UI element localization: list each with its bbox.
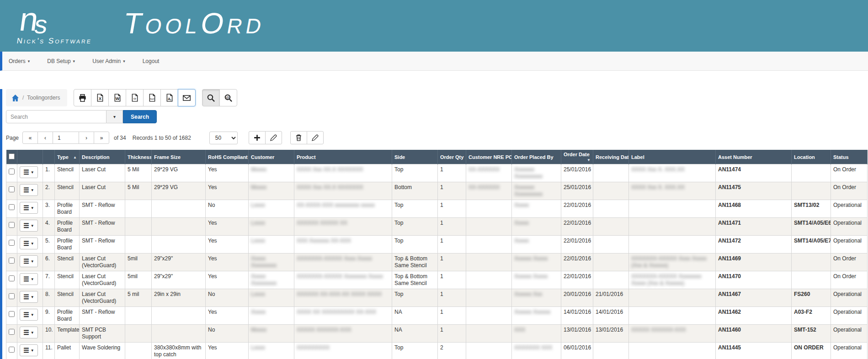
cell-order_date: 22/01/2016 xyxy=(561,253,593,271)
search-advanced-button[interactable]: @ xyxy=(219,89,237,106)
page-number-input[interactable] xyxy=(53,132,79,144)
row-menu-button[interactable]: ☰▼ xyxy=(20,273,38,285)
export-text-button[interactable]: a, xyxy=(160,89,178,106)
redacted-text: Xxxxxx Xxxxxx xyxy=(514,309,550,315)
column-header-rohs[interactable]: RoHS Compliant xyxy=(206,150,249,164)
table-row: ☰▼2.StencilLaser Cut5 Mil29*29 VGYesMxxx… xyxy=(6,182,868,200)
column-header-order_date[interactable]: Order Date▼ xyxy=(561,150,593,164)
svg-text:a,: a, xyxy=(168,96,171,101)
cell-side: Top xyxy=(392,164,438,182)
row-checkbox[interactable] xyxy=(9,169,15,174)
export-word-button[interactable]: W xyxy=(108,89,126,106)
chevron-down-icon: ▼ xyxy=(31,348,34,353)
hamburger-icon: ☰ xyxy=(23,240,29,247)
home-icon[interactable] xyxy=(11,94,19,102)
column-header-label[interactable]: Label xyxy=(629,150,716,164)
first-page-button[interactable]: « xyxy=(22,132,38,144)
company-name: Nick's Software xyxy=(16,37,92,46)
column-header-recv_date[interactable]: Receiving Date xyxy=(593,150,629,164)
column-header-location[interactable]: Location xyxy=(792,150,831,164)
table-row: ☰▼7.StencilLaser Cut (VectorGuard)5mil29… xyxy=(6,271,868,289)
cell-order_date: 25/01/2016 xyxy=(561,164,593,182)
export-code-button[interactable]: ‹› xyxy=(126,89,144,106)
cell-rohs: Yes xyxy=(206,218,249,236)
cell-thickness: 5 mil xyxy=(125,289,152,307)
cell-status: Operational xyxy=(831,236,868,253)
nav-item-logout[interactable]: Logout xyxy=(143,58,160,64)
row-checkbox[interactable] xyxy=(9,204,15,210)
export-xml-button[interactable]: ‹∞› xyxy=(143,89,161,106)
edit-record-button[interactable] xyxy=(265,131,282,144)
cell-qty: 2 xyxy=(438,343,466,359)
edit-record-button2[interactable] xyxy=(307,131,324,144)
column-header-side[interactable]: Side xyxy=(392,150,438,164)
email-button[interactable] xyxy=(178,89,196,106)
delete-record-button[interactable] xyxy=(290,131,307,144)
export-excel-button[interactable]: X xyxy=(91,89,109,106)
cell-thickness xyxy=(125,307,152,325)
cell-thickness xyxy=(125,218,152,236)
cell-asset: AN11472 xyxy=(716,236,792,253)
last-page-button[interactable]: » xyxy=(94,132,109,144)
row-checkbox[interactable] xyxy=(9,293,15,299)
row-menu-button[interactable]: ☰▼ xyxy=(20,309,38,321)
row-checkbox[interactable] xyxy=(9,186,15,192)
column-header-description[interactable]: Description xyxy=(80,150,125,164)
row-checkbox[interactable] xyxy=(9,275,15,281)
search-input[interactable] xyxy=(6,110,107,123)
redacted-text: XXXXXXX-XXXXX Xxxxxxxx Xxxxx (Xxx & Xxxx… xyxy=(631,273,701,286)
row-menu-button[interactable]: ☰▼ xyxy=(20,291,38,303)
nav-item-user-admin[interactable]: User Admin▾ xyxy=(92,58,125,64)
cell-customer: Xxxxx Xxxxxxxxx xyxy=(249,253,294,271)
export-word-icon: W xyxy=(113,94,122,102)
cell-select xyxy=(6,307,17,325)
row-checkbox[interactable] xyxy=(9,222,15,228)
column-header-type[interactable]: Type▲ xyxy=(55,150,80,164)
row-menu-button[interactable]: ☰▼ xyxy=(20,184,38,196)
column-header-qty[interactable]: Order Qty xyxy=(438,150,466,164)
row-checkbox[interactable] xyxy=(9,258,15,264)
search-button[interactable]: Search xyxy=(123,110,157,123)
row-menu-button[interactable]: ☰▼ xyxy=(20,220,38,232)
page-label: Page xyxy=(6,135,19,141)
row-checkbox[interactable] xyxy=(9,329,15,335)
column-header-placed_by[interactable]: Order Placed By xyxy=(512,150,561,164)
nav-item-orders[interactable]: Orders▾ xyxy=(9,58,30,64)
cell-recv_date: 14/01/2016 xyxy=(593,307,629,325)
row-checkbox[interactable] xyxy=(9,240,15,246)
row-menu-button[interactable]: ☰▼ xyxy=(20,166,38,178)
chevron-down-icon: ▼ xyxy=(31,295,34,299)
search-field-dropdown-button[interactable]: ▾ xyxy=(107,110,123,123)
row-menu-button[interactable]: ☰▼ xyxy=(20,327,38,338)
row-checkbox[interactable] xyxy=(9,347,15,353)
column-header-asset[interactable]: Asset Number xyxy=(716,150,792,164)
column-header-product[interactable]: Product xyxy=(294,150,392,164)
row-menu-button[interactable]: ☰▼ xyxy=(20,238,38,249)
nav-item-db-setup[interactable]: DB Setup▾ xyxy=(47,58,75,64)
row-checkbox[interactable] xyxy=(9,311,15,317)
prev-page-button[interactable]: ‹ xyxy=(37,132,53,144)
column-header-customer[interactable]: Customer xyxy=(249,150,294,164)
hamburger-icon: ☰ xyxy=(23,276,29,282)
cell-recv_date xyxy=(593,218,629,236)
row-menu-button[interactable]: ☰▼ xyxy=(20,202,38,214)
print-button[interactable] xyxy=(74,89,91,106)
next-page-button[interactable]: › xyxy=(79,132,94,144)
cell-description: Laser Cut xyxy=(80,182,125,200)
select-all-checkbox[interactable] xyxy=(9,153,15,159)
row-menu-button[interactable]: ☰▼ xyxy=(20,255,38,267)
column-header-nre_po[interactable]: Customer NRE PO xyxy=(466,150,512,164)
cell-select xyxy=(6,289,17,307)
cell-label: XXXXXXX-XXXXX Xxxxxxxx Xxxxx (Xxx & Xxxx… xyxy=(629,271,716,289)
column-header-thickness[interactable]: Thickness xyxy=(125,150,152,164)
svg-text:@: @ xyxy=(226,95,229,99)
add-record-button[interactable] xyxy=(249,131,266,144)
cell-asset: AN11470 xyxy=(716,271,792,289)
page-size-select[interactable]: 50 xyxy=(209,132,238,144)
row-menu-button[interactable]: ☰▼ xyxy=(20,344,38,356)
column-header-status[interactable]: Status xyxy=(831,150,868,164)
column-header-frame[interactable]: Frame Size xyxy=(152,150,206,164)
search-button[interactable] xyxy=(202,89,220,106)
cell-select xyxy=(6,253,17,271)
row-menu-header xyxy=(17,150,43,164)
